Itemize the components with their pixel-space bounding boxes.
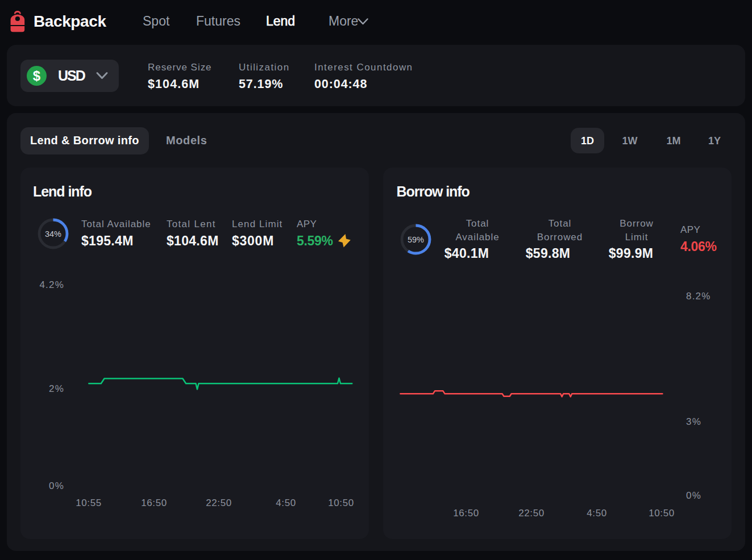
svg-text:8.2%: 8.2% (686, 291, 711, 302)
svg-text:0%: 0% (49, 480, 64, 491)
svg-text:4.2%: 4.2% (39, 279, 64, 290)
svg-text:10:50: 10:50 (328, 498, 354, 508)
svg-text:0%: 0% (686, 490, 701, 501)
svg-text:16:50: 16:50 (141, 498, 167, 508)
svg-text:10:55: 10:55 (76, 498, 102, 508)
svg-text:3%: 3% (686, 416, 701, 427)
svg-text:22:50: 22:50 (206, 498, 232, 508)
svg-text:2%: 2% (49, 383, 64, 394)
svg-text:10:50: 10:50 (649, 508, 675, 519)
svg-text:4:50: 4:50 (276, 498, 296, 508)
svg-text:22:50: 22:50 (518, 508, 545, 519)
svg-text:16:50: 16:50 (453, 508, 479, 519)
svg-text:4:50: 4:50 (587, 508, 607, 519)
